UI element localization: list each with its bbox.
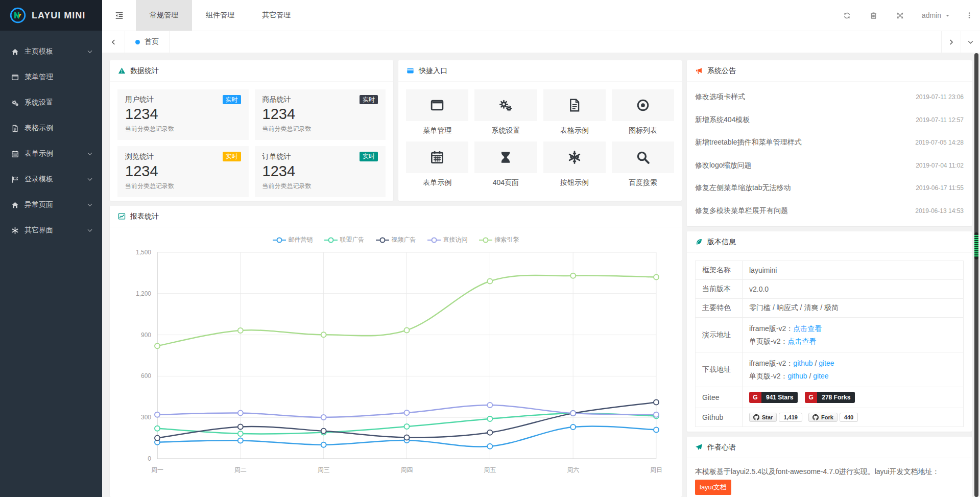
scrollbar-thumb[interactable] bbox=[974, 232, 978, 259]
tab-home[interactable]: 首页 bbox=[125, 31, 170, 53]
active-tab-dot bbox=[135, 40, 140, 44]
github-star-button[interactable]: Star bbox=[749, 413, 777, 422]
sidebar-item-form-demo[interactable]: 表单示例 bbox=[0, 141, 102, 167]
quick-entry-icon-list[interactable]: 图标列表 bbox=[612, 89, 674, 135]
chevron-down-icon bbox=[87, 227, 93, 233]
card-title: 版本信息 bbox=[707, 238, 736, 247]
sidebar-item-table-demo[interactable]: 表格示例 bbox=[0, 115, 102, 141]
announcement-item[interactable]: 修复多模块菜单栏展开有问题 2019-06-13 14:53 bbox=[695, 200, 964, 223]
announcement-item[interactable]: 修改选项卡样式 2019-07-11 23:06 bbox=[695, 86, 964, 109]
sidebar-item-label: 主页模板 bbox=[25, 47, 53, 56]
content: 数据统计 用户统计 实时 1234 当前分类总记录数 bbox=[102, 53, 980, 497]
download-gitee-link[interactable]: gitee bbox=[819, 359, 834, 367]
demo-prefix: iframe版-v2： bbox=[749, 324, 793, 333]
chevron-down-icon bbox=[87, 202, 93, 208]
announcement-item[interactable]: 修复左侧菜单缩放tab无法移动 2019-06-17 11:55 bbox=[695, 177, 964, 200]
main-area: 常规管理 组件管理 其它管理 admin 首页 bbox=[102, 0, 980, 497]
chevron-left-icon bbox=[110, 39, 117, 45]
clear-cache-button[interactable] bbox=[861, 0, 887, 31]
author-note-card: 作者心语 本模板基于layui2.5.4以及font-awesome-4.7.0… bbox=[687, 437, 972, 497]
tabs-options-button[interactable] bbox=[961, 31, 980, 53]
file-icon bbox=[567, 98, 582, 112]
logo[interactable]: LAYUI MINI bbox=[0, 0, 102, 31]
gears-icon bbox=[498, 98, 513, 112]
topnav-tab-label: 组件管理 bbox=[206, 11, 234, 20]
demo-prefix: 单页版-v2： bbox=[749, 337, 787, 345]
legend-item[interactable]: 直接访问 bbox=[427, 235, 468, 244]
stat-value: 1234 bbox=[262, 163, 378, 180]
legend-item[interactable]: 搜索引擎 bbox=[479, 235, 519, 244]
stat-box-orders[interactable]: 订单统计 实时 1234 当前分类总记录数 bbox=[255, 146, 386, 197]
collapse-sidebar-button[interactable] bbox=[102, 0, 136, 31]
sidebar-item-login-template[interactable]: 登录模板 bbox=[0, 167, 102, 192]
topnav-tab-general[interactable]: 常规管理 bbox=[136, 0, 192, 31]
quick-entry-label: 菜单管理 bbox=[406, 126, 468, 135]
quick-entry-system-settings[interactable]: 系统设置 bbox=[474, 89, 537, 135]
demo-link-onepage[interactable]: 点击查看 bbox=[787, 337, 816, 345]
gitee-stars-badge[interactable]: G 941 Stars bbox=[749, 392, 798, 403]
announcement-text: 修改选项卡样式 bbox=[695, 92, 745, 102]
quick-entry-label: 表单示例 bbox=[406, 178, 468, 187]
download-gitee-link[interactable]: gitee bbox=[813, 372, 828, 380]
svg-text:周三: 周三 bbox=[318, 466, 330, 474]
version-label: 当前版本 bbox=[696, 280, 743, 299]
topbar-actions: admin bbox=[834, 0, 980, 31]
sidebar-item-other-ui[interactable]: 其它界面 bbox=[0, 218, 102, 243]
announcement-item[interactable]: 新增系统404模板 2019-07-11 12:57 bbox=[695, 109, 964, 132]
gears-icon bbox=[11, 99, 19, 107]
quick-entry-button-demo[interactable]: 按钮示例 bbox=[543, 141, 606, 187]
download-github-link[interactable]: github bbox=[793, 359, 812, 367]
github-fork-button[interactable]: Fork bbox=[808, 413, 838, 422]
user-dropdown[interactable]: admin bbox=[914, 0, 959, 31]
chevron-down-icon bbox=[87, 151, 93, 157]
announcement-date: 2019-06-17 11:55 bbox=[916, 184, 964, 192]
legend-item[interactable]: 邮件营销 bbox=[273, 235, 313, 244]
sidebar-item-home-template[interactable]: 主页模板 bbox=[0, 39, 102, 64]
stat-box-users[interactable]: 用户统计 实时 1234 当前分类总记录数 bbox=[117, 89, 249, 140]
topnav-tab-components[interactable]: 组件管理 bbox=[192, 0, 248, 31]
svg-text:1,500: 1,500 bbox=[136, 249, 151, 256]
download-github-link[interactable]: github bbox=[787, 372, 807, 380]
tabs-scroll-right-button[interactable] bbox=[941, 31, 961, 53]
sidebar-item-menu-manage[interactable]: 菜单管理 bbox=[0, 64, 102, 90]
gitee-forks-badge[interactable]: G 278 Forks bbox=[805, 392, 855, 403]
layui-docs-button[interactable]: layui文档 bbox=[695, 480, 731, 495]
separator: / bbox=[813, 359, 819, 367]
stat-box-goods[interactable]: 商品统计 实时 1234 当前分类总记录数 bbox=[255, 89, 386, 140]
leaf-icon bbox=[695, 238, 703, 246]
tabs-scroll-left-button[interactable] bbox=[102, 31, 125, 53]
quick-entry-404-page[interactable]: 404页面 bbox=[474, 141, 537, 187]
quick-entry-baidu-search[interactable]: 百度搜索 bbox=[612, 141, 674, 187]
topnav-tab-other[interactable]: 其它管理 bbox=[248, 0, 304, 31]
download-prefix: iframe版-v2： bbox=[749, 359, 793, 367]
quick-entry-table-demo[interactable]: 表格示例 bbox=[543, 89, 606, 135]
announcement-item[interactable]: 新增treetable插件和菜单管理样式 2019-07-05 14:28 bbox=[695, 131, 964, 154]
fullscreen-button[interactable] bbox=[887, 0, 914, 31]
github-fork-count[interactable]: 440 bbox=[840, 413, 858, 422]
quick-entry-form-demo[interactable]: 表单示例 bbox=[406, 141, 468, 187]
vertical-scrollbar[interactable] bbox=[974, 53, 978, 497]
refresh-icon bbox=[843, 12, 851, 19]
version-table: 框架名称 layuimini 当前版本 v2.0.0 主要特色 零门槛 / 响应… bbox=[695, 261, 964, 427]
realtime-badge: 实时 bbox=[360, 95, 378, 104]
legend-item[interactable]: 视频广告 bbox=[376, 235, 416, 244]
legend-item[interactable]: 联盟广告 bbox=[324, 235, 365, 244]
sidebar-item-error-pages[interactable]: 异常页面 bbox=[0, 192, 102, 218]
stat-value: 1234 bbox=[262, 106, 378, 123]
sidebar-item-system-settings[interactable]: 系统设置 bbox=[0, 90, 102, 115]
sidebar-item-label: 表格示例 bbox=[25, 124, 53, 133]
more-menu-button[interactable] bbox=[959, 0, 980, 31]
refresh-button[interactable] bbox=[834, 0, 861, 31]
chevron-down-icon bbox=[87, 49, 93, 55]
report-chart[interactable]: 03006009001,2001,500周一周二周三周四周五周六周日 bbox=[110, 245, 682, 481]
quick-entry-menu-manage[interactable]: 菜单管理 bbox=[406, 89, 468, 135]
announcement-text: 修改logo缩放问题 bbox=[695, 161, 751, 170]
svg-text:周一: 周一 bbox=[151, 466, 163, 474]
search-icon bbox=[636, 150, 650, 164]
demo-link-iframe[interactable]: 点击查看 bbox=[793, 324, 822, 333]
github-star-count[interactable]: 1,419 bbox=[779, 413, 802, 422]
home-icon bbox=[11, 48, 19, 56]
line-chart-icon bbox=[118, 212, 126, 220]
stat-box-views[interactable]: 浏览统计 实时 1234 当前分类总记录数 bbox=[117, 146, 249, 197]
announcement-item[interactable]: 修改logo缩放问题 2019-07-04 11:02 bbox=[695, 154, 964, 177]
